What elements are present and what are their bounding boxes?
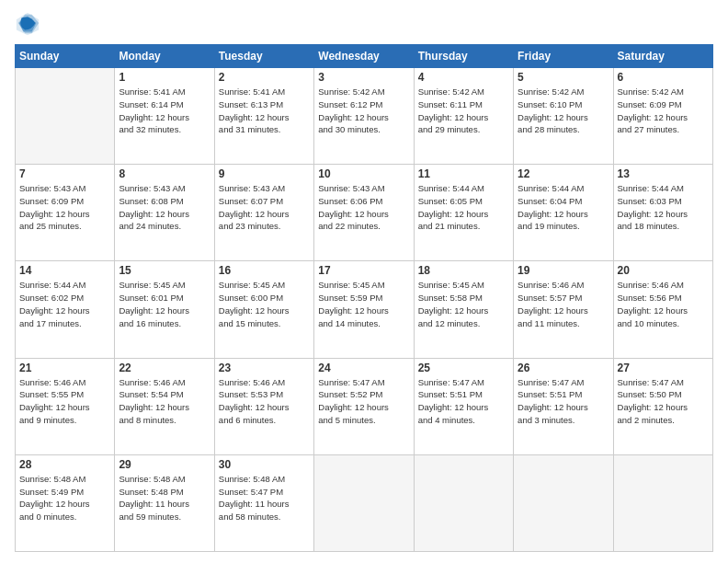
header — [15, 11, 713, 37]
day-number: 14 — [19, 264, 110, 277]
day-info: Sunrise: 5:45 AM Sunset: 5:59 PM Dayligh… — [318, 279, 409, 329]
logo-icon — [15, 11, 40, 37]
col-header-tuesday: Tuesday — [214, 45, 313, 68]
calendar-header-row: SundayMondayTuesdayWednesdayThursdayFrid… — [16, 45, 713, 68]
day-number: 30 — [219, 458, 310, 471]
day-number: 11 — [418, 167, 509, 180]
day-number: 17 — [318, 264, 409, 277]
calendar-cell: 16Sunrise: 5:45 AM Sunset: 6:00 PM Dayli… — [214, 261, 313, 358]
day-info: Sunrise: 5:46 AM Sunset: 5:56 PM Dayligh… — [618, 279, 709, 329]
day-info: Sunrise: 5:42 AM Sunset: 6:12 PM Dayligh… — [318, 86, 409, 136]
calendar-cell: 17Sunrise: 5:45 AM Sunset: 5:59 PM Dayli… — [314, 261, 414, 358]
calendar-cell: 29Sunrise: 5:48 AM Sunset: 5:48 PM Dayli… — [115, 454, 214, 551]
page: SundayMondayTuesdayWednesdayThursdayFrid… — [0, 0, 728, 563]
day-info: Sunrise: 5:47 AM Sunset: 5:50 PM Dayligh… — [618, 376, 709, 427]
day-info: Sunrise: 5:41 AM Sunset: 6:14 PM Dayligh… — [119, 86, 210, 136]
calendar-cell: 15Sunrise: 5:45 AM Sunset: 6:01 PM Dayli… — [115, 261, 214, 358]
day-number: 4 — [418, 71, 509, 84]
col-header-sunday: Sunday — [16, 45, 115, 68]
day-number: 10 — [318, 167, 409, 180]
day-info: Sunrise: 5:42 AM Sunset: 6:11 PM Dayligh… — [418, 86, 509, 136]
week-row-4: 28Sunrise: 5:48 AM Sunset: 5:49 PM Dayli… — [16, 454, 713, 551]
logo — [15, 11, 44, 37]
week-row-3: 21Sunrise: 5:46 AM Sunset: 5:55 PM Dayli… — [16, 358, 713, 454]
day-info: Sunrise: 5:44 AM Sunset: 6:05 PM Dayligh… — [418, 182, 509, 233]
day-info: Sunrise: 5:42 AM Sunset: 6:09 PM Dayligh… — [618, 86, 709, 136]
day-info: Sunrise: 5:45 AM Sunset: 5:58 PM Dayligh… — [418, 279, 509, 329]
calendar-cell — [613, 454, 712, 551]
day-info: Sunrise: 5:44 AM Sunset: 6:02 PM Dayligh… — [19, 279, 110, 329]
day-number: 25 — [418, 362, 509, 374]
week-row-0: 1Sunrise: 5:41 AM Sunset: 6:14 PM Daylig… — [16, 68, 713, 165]
day-info: Sunrise: 5:43 AM Sunset: 6:09 PM Dayligh… — [19, 182, 110, 233]
day-info: Sunrise: 5:47 AM Sunset: 5:52 PM Dayligh… — [318, 376, 409, 427]
day-number: 27 — [618, 362, 709, 374]
calendar-cell: 21Sunrise: 5:46 AM Sunset: 5:55 PM Dayli… — [16, 358, 115, 454]
day-number: 5 — [518, 71, 609, 84]
day-number: 19 — [518, 264, 609, 277]
day-info: Sunrise: 5:44 AM Sunset: 6:04 PM Dayligh… — [518, 182, 609, 233]
day-number: 3 — [318, 71, 409, 84]
calendar-cell — [414, 454, 513, 551]
week-row-1: 7Sunrise: 5:43 AM Sunset: 6:09 PM Daylig… — [16, 165, 713, 261]
day-number: 28 — [19, 458, 110, 471]
col-header-saturday: Saturday — [613, 45, 712, 68]
day-number: 6 — [618, 71, 709, 84]
day-info: Sunrise: 5:41 AM Sunset: 6:13 PM Dayligh… — [219, 86, 310, 136]
day-number: 26 — [518, 362, 609, 374]
calendar-cell: 8Sunrise: 5:43 AM Sunset: 6:08 PM Daylig… — [115, 165, 214, 261]
day-info: Sunrise: 5:46 AM Sunset: 5:55 PM Dayligh… — [19, 376, 110, 427]
calendar-cell: 30Sunrise: 5:48 AM Sunset: 5:47 PM Dayli… — [214, 454, 313, 551]
day-info: Sunrise: 5:45 AM Sunset: 6:01 PM Dayligh… — [119, 279, 210, 329]
col-header-wednesday: Wednesday — [314, 45, 414, 68]
day-number: 15 — [119, 264, 210, 277]
calendar-cell: 23Sunrise: 5:46 AM Sunset: 5:53 PM Dayli… — [214, 358, 313, 454]
calendar-cell — [314, 454, 414, 551]
calendar-cell: 3Sunrise: 5:42 AM Sunset: 6:12 PM Daylig… — [314, 68, 414, 165]
calendar-cell: 22Sunrise: 5:46 AM Sunset: 5:54 PM Dayli… — [115, 358, 214, 454]
calendar-cell: 13Sunrise: 5:44 AM Sunset: 6:03 PM Dayli… — [613, 165, 712, 261]
calendar-cell: 24Sunrise: 5:47 AM Sunset: 5:52 PM Dayli… — [314, 358, 414, 454]
day-info: Sunrise: 5:44 AM Sunset: 6:03 PM Dayligh… — [618, 182, 709, 233]
day-number: 22 — [119, 362, 210, 374]
day-info: Sunrise: 5:48 AM Sunset: 5:48 PM Dayligh… — [119, 473, 210, 523]
day-number: 24 — [318, 362, 409, 374]
day-number: 20 — [618, 264, 709, 277]
calendar-cell: 4Sunrise: 5:42 AM Sunset: 6:11 PM Daylig… — [414, 68, 513, 165]
day-number: 2 — [219, 71, 310, 84]
day-info: Sunrise: 5:46 AM Sunset: 5:54 PM Dayligh… — [119, 376, 210, 427]
calendar-cell: 2Sunrise: 5:41 AM Sunset: 6:13 PM Daylig… — [214, 68, 313, 165]
calendar-cell: 11Sunrise: 5:44 AM Sunset: 6:05 PM Dayli… — [414, 165, 513, 261]
col-header-friday: Friday — [514, 45, 613, 68]
calendar-cell: 27Sunrise: 5:47 AM Sunset: 5:50 PM Dayli… — [613, 358, 712, 454]
day-info: Sunrise: 5:46 AM Sunset: 5:57 PM Dayligh… — [518, 279, 609, 329]
day-number: 7 — [19, 167, 110, 180]
day-number: 9 — [219, 167, 310, 180]
day-info: Sunrise: 5:45 AM Sunset: 6:00 PM Dayligh… — [219, 279, 310, 329]
day-info: Sunrise: 5:47 AM Sunset: 5:51 PM Dayligh… — [518, 376, 609, 427]
day-info: Sunrise: 5:48 AM Sunset: 5:49 PM Dayligh… — [19, 473, 110, 523]
calendar-cell: 5Sunrise: 5:42 AM Sunset: 6:10 PM Daylig… — [514, 68, 613, 165]
day-number: 8 — [119, 167, 210, 180]
day-info: Sunrise: 5:43 AM Sunset: 6:08 PM Dayligh… — [119, 182, 210, 233]
calendar-cell: 18Sunrise: 5:45 AM Sunset: 5:58 PM Dayli… — [414, 261, 513, 358]
day-info: Sunrise: 5:43 AM Sunset: 6:06 PM Dayligh… — [318, 182, 409, 233]
day-info: Sunrise: 5:48 AM Sunset: 5:47 PM Dayligh… — [219, 473, 310, 523]
calendar-cell: 25Sunrise: 5:47 AM Sunset: 5:51 PM Dayli… — [414, 358, 513, 454]
day-info: Sunrise: 5:42 AM Sunset: 6:10 PM Dayligh… — [518, 86, 609, 136]
calendar-cell: 28Sunrise: 5:48 AM Sunset: 5:49 PM Dayli… — [16, 454, 115, 551]
calendar-cell: 14Sunrise: 5:44 AM Sunset: 6:02 PM Dayli… — [16, 261, 115, 358]
calendar-cell — [514, 454, 613, 551]
day-number: 18 — [418, 264, 509, 277]
day-number: 29 — [119, 458, 210, 471]
calendar-cell: 20Sunrise: 5:46 AM Sunset: 5:56 PM Dayli… — [613, 261, 712, 358]
day-number: 1 — [119, 71, 210, 84]
calendar-cell — [16, 68, 115, 165]
day-number: 13 — [618, 167, 709, 180]
day-number: 23 — [219, 362, 310, 374]
calendar-cell: 19Sunrise: 5:46 AM Sunset: 5:57 PM Dayli… — [514, 261, 613, 358]
calendar-cell: 10Sunrise: 5:43 AM Sunset: 6:06 PM Dayli… — [314, 165, 414, 261]
calendar-cell: 9Sunrise: 5:43 AM Sunset: 6:07 PM Daylig… — [214, 165, 313, 261]
day-number: 21 — [19, 362, 110, 374]
calendar-cell: 1Sunrise: 5:41 AM Sunset: 6:14 PM Daylig… — [115, 68, 214, 165]
